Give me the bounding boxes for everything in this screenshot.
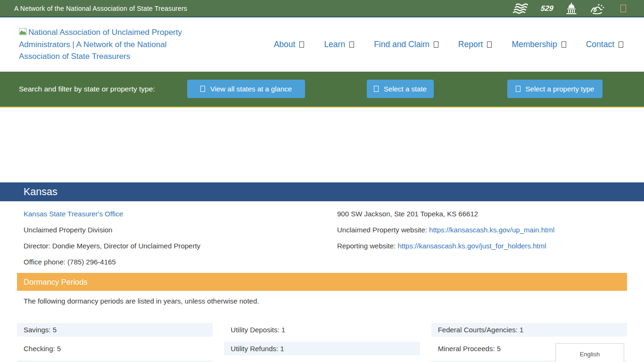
contact-right-column: 900 SW Jackson, Ste 201 Topeka, KS 66612…	[337, 206, 620, 270]
site-logo-link[interactable]: National Association of Unclaimed Proper…	[19, 26, 185, 63]
filter-label: Search and filter by state or property t…	[19, 85, 155, 93]
waves-logo-icon[interactable]	[512, 2, 529, 15]
office-address-text: 900 SW Jackson, Ste 201 Topeka, KS 66612	[337, 206, 620, 222]
capitol-logo-icon[interactable]	[565, 2, 578, 15]
chevron-down-icon	[349, 41, 354, 48]
dormancy-column-1: Savings: 5 Checking: 5	[17, 323, 213, 362]
selected-language: English	[580, 351, 600, 358]
list-item: Utility Refunds: 1	[224, 342, 420, 355]
list-item: Utility Deposits: 1	[224, 323, 420, 337]
list-item: Checking: 5	[17, 342, 213, 355]
view-all-states-button[interactable]: View all states at a glance	[187, 80, 305, 98]
nav-report[interactable]: Report	[458, 40, 492, 49]
office-phone-text: Office phone: (785) 296-4165	[24, 254, 337, 270]
division-text: Unclaimed Property Division	[24, 222, 337, 238]
reporting-website-link[interactable]: https://kansascash.ks.gov/just_for_holde…	[397, 242, 546, 250]
dormancy-periods-heading: Dormancy Periods	[17, 273, 627, 291]
state-title-bar: Kansas	[0, 182, 644, 201]
swirl-logo-icon[interactable]	[589, 2, 605, 15]
chevron-down-icon	[561, 41, 566, 48]
list-item: Federal Courts/Agencies: 1	[431, 323, 627, 337]
state-contact-section: Kansas State Treasurer's Office Unclaime…	[0, 201, 644, 270]
state-filter-bar: Search and filter by state or property t…	[0, 72, 644, 107]
network-tagline: A Network of the National Association of…	[14, 5, 187, 12]
main-nav: About Learn Find and Claim Report Member…	[274, 40, 623, 49]
529-logo-icon[interactable]: 529	[541, 4, 553, 13]
state-name: Kansas	[24, 186, 58, 198]
chevron-down-icon	[299, 41, 304, 48]
chevron-down-icon	[434, 41, 438, 48]
grid-icon	[200, 86, 205, 92]
reporting-website-row: Reporting website: https://kansascash.ks…	[337, 238, 620, 254]
chevron-down-icon	[619, 41, 623, 48]
partner-logos: 529	[512, 2, 626, 15]
treasurer-office-link[interactable]: Kansas State Treasurer's Office	[24, 210, 123, 218]
language-selector[interactable]: English	[555, 343, 624, 362]
chevron-down-icon	[487, 41, 492, 48]
dormancy-note: The following dormancy periods are liste…	[24, 296, 620, 306]
site-header: National Association of Unclaimed Proper…	[0, 17, 644, 72]
topbar: A Network of the National Association of…	[0, 0, 644, 17]
nav-contact[interactable]: Contact	[586, 40, 623, 49]
broken-image-icon	[19, 28, 27, 36]
logo-alt-text: National Association of Unclaimed Proper…	[19, 28, 182, 61]
map-pin-icon	[374, 86, 379, 92]
tag-icon	[516, 86, 520, 92]
unclaimed-property-website-link[interactable]: https://kansascash.ks.gov/up_main.html	[429, 226, 554, 234]
nav-membership[interactable]: Membership	[512, 40, 566, 49]
list-item: Savings: 5	[17, 323, 213, 337]
contact-left-column: Kansas State Treasurer's Office Unclaime…	[24, 206, 337, 270]
select-state-button[interactable]: Select a state	[367, 80, 434, 98]
dormancy-column-2: Utility Deposits: 1 Utility Refunds: 1	[224, 323, 420, 362]
nav-about[interactable]: About	[274, 40, 305, 49]
nav-learn[interactable]: Learn	[324, 40, 354, 49]
missing-glyph-icon[interactable]	[617, 5, 626, 12]
select-property-type-button[interactable]: Select a property type	[507, 80, 603, 98]
dormancy-list: Savings: 5 Checking: 5 Utility Deposits:…	[17, 323, 627, 362]
nav-find-and-claim[interactable]: Find and Claim	[374, 40, 438, 49]
content-spacer	[0, 107, 644, 182]
unclaimed-property-website-row: Unclaimed Property website: https://kans…	[337, 222, 620, 238]
director-text: Director: Dondie Meyers, Director of Unc…	[24, 238, 337, 254]
